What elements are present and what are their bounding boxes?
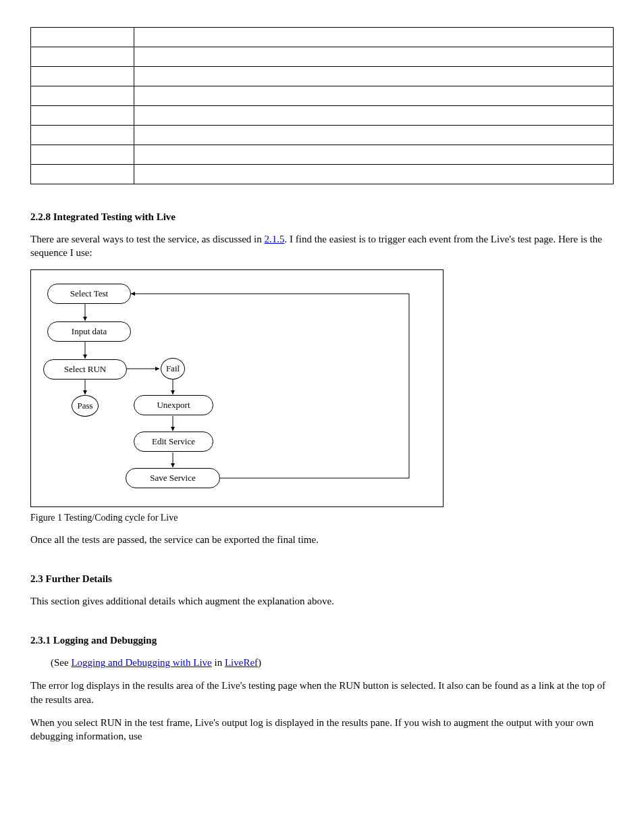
table-cell: [31, 165, 134, 184]
text: There are several ways to test the servi…: [30, 234, 265, 244]
text: in: [212, 657, 225, 668]
paragraph-logging-2: The error log displays in the results ar…: [30, 679, 614, 706]
flow-node-edit-service: Edit Service: [134, 432, 213, 452]
paragraph-logging-1: (See Logging and Debugging with Live in …: [51, 656, 614, 669]
table-cell: [31, 67, 134, 86]
table-cell: [134, 165, 614, 184]
table-cell: [31, 145, 134, 165]
table-cell: [31, 126, 134, 145]
link-liveref[interactable]: LiveRef: [225, 657, 258, 668]
table-cell: [31, 106, 134, 126]
flowchart-figure: Select Test Input data Select RUN Pass F…: [30, 269, 444, 507]
flow-node-save-service: Save Service: [126, 468, 220, 488]
table-cell: [134, 106, 614, 126]
paragraph-after-fig: Once all the tests are passed, the servi…: [30, 533, 614, 546]
flow-node-select-test: Select Test: [47, 284, 131, 304]
table-cell: [31, 86, 134, 106]
table-cell: [134, 145, 614, 165]
flow-node-fail: Fail: [161, 358, 185, 380]
paragraph-testing-1: There are several ways to test the servi…: [30, 232, 614, 260]
table-cell: [134, 47, 614, 67]
heading-logging: 2.3.1 Logging and Debugging: [30, 635, 614, 646]
table-cell: [31, 47, 134, 67]
link-ref-215[interactable]: 2.1.5: [265, 234, 285, 244]
table-cell: [134, 126, 614, 145]
text: ): [258, 657, 261, 668]
table-row: [31, 86, 614, 106]
table-cell: [31, 28, 134, 47]
heading-further: 2.3 Further Details: [30, 573, 614, 585]
paragraph-logging-3: When you select RUN in the test frame, L…: [30, 716, 614, 744]
link-logging-debugging[interactable]: Logging and Debugging with Live: [71, 657, 211, 668]
table-row: [31, 106, 614, 126]
table-row: [31, 126, 614, 145]
text: (See: [51, 657, 71, 668]
flow-node-input-data: Input data: [47, 321, 131, 342]
table-cell: [134, 67, 614, 86]
table-row: [31, 67, 614, 86]
table-row: [31, 47, 614, 67]
figure-caption: Figure 1 Testing/Coding cycle for Live: [30, 513, 614, 523]
flow-node-select-run: Select RUN: [43, 359, 127, 380]
paragraph-further-1: This section gives additional details wh…: [30, 594, 614, 608]
flow-node-unexport: Unexport: [134, 395, 213, 415]
table-row: [31, 165, 614, 184]
table-cell: [134, 28, 614, 47]
table-row: [31, 28, 614, 47]
table-cell: [134, 86, 614, 106]
flow-node-pass: Pass: [72, 395, 99, 417]
heading-testing: 2.2.8 Integrated Testing with Live: [30, 211, 614, 223]
data-table: [30, 27, 614, 184]
table-row: [31, 145, 614, 165]
